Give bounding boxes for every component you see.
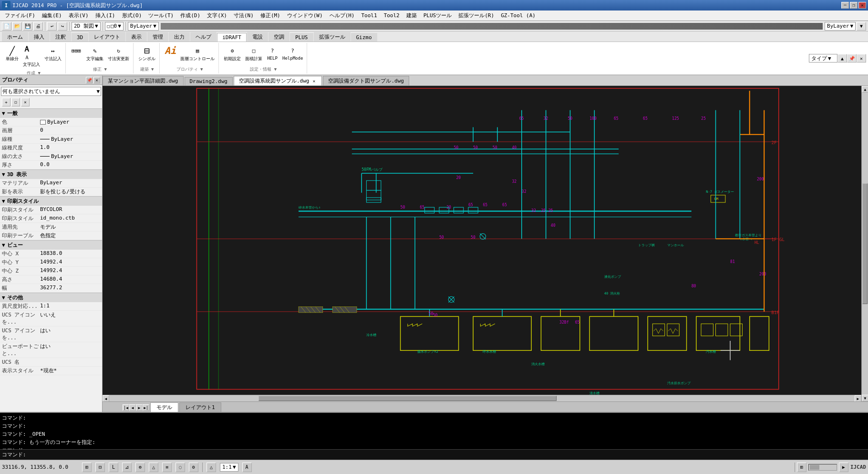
right-btn1[interactable]: ▶ bbox=[839, 463, 848, 472]
tab-nav-prev[interactable]: ◀ bbox=[129, 404, 136, 411]
ribbon-btn-line[interactable]: ╱ 単線分 bbox=[4, 44, 21, 63]
ribbon-tab-出力[interactable]: 出力 bbox=[169, 32, 190, 42]
ribbon-tab-Gizmo[interactable]: Gizmo bbox=[351, 33, 377, 42]
scroll-down-btn[interactable]: ▼ bbox=[862, 395, 868, 401]
props-close-btn[interactable]: ✕ bbox=[93, 77, 100, 84]
menu-item-GZToolA[interactable]: GZ-Tool (A) bbox=[498, 11, 538, 20]
props-pin-btn[interactable]: 📌 bbox=[86, 77, 93, 84]
menu-item-E[interactable]: 編集(E) bbox=[39, 11, 65, 20]
menu-item-V[interactable]: 表示(V) bbox=[66, 11, 92, 20]
close-button[interactable]: ✕ bbox=[858, 2, 866, 9]
ribbon-tab-表示[interactable]: 表示 bbox=[126, 32, 147, 42]
tab-nav-last[interactable]: ▶| bbox=[143, 404, 149, 411]
menu-item-Tool[interactable]: Tool2 bbox=[381, 11, 403, 20]
toolbar-redo-btn[interactable]: ↪ bbox=[58, 22, 67, 31]
tab-nav-first[interactable]: |◀ bbox=[123, 404, 129, 411]
scroll-thumb-h[interactable] bbox=[258, 396, 557, 401]
ribbon-tab-レイアウト[interactable]: レイアウト bbox=[89, 32, 125, 42]
menu-item-W[interactable]: ウインドウ(W) bbox=[284, 11, 326, 20]
model-tab-layout1[interactable]: レイアウト1 bbox=[179, 402, 221, 412]
scroll-left-btn[interactable]: ◀ bbox=[103, 395, 109, 401]
ribbon-tab-iDRAFT[interactable]: iDRAFT bbox=[217, 33, 247, 42]
menu-item-F[interactable]: ファイル(F) bbox=[2, 11, 38, 20]
ribbon-tab-拡張ツール[interactable]: 拡張ツール bbox=[314, 32, 351, 42]
ribbon-btn-text[interactable]: Ａ Ａ 文字記入 bbox=[21, 44, 42, 69]
ribbon-tab-空調[interactable]: 空調 bbox=[269, 32, 289, 42]
canvas-scrollbar-h[interactable]: ◀ ▶ bbox=[103, 395, 861, 401]
scale-dropdown[interactable]: 1:1 ▼ bbox=[220, 463, 238, 472]
ribbon-resize-btn[interactable]: ▲ bbox=[837, 54, 847, 63]
menu-item-H[interactable]: ヘルプ(H) bbox=[327, 11, 358, 20]
layer-zero-dropdown[interactable]: □ □0 ▼ bbox=[105, 22, 124, 31]
doc-tab-duct[interactable]: 空調設備ダクト図サンプル.dwg bbox=[323, 76, 409, 85]
menu-item-[interactable]: 建築 bbox=[403, 11, 420, 20]
ribbon-tab-管理[interactable]: 管理 bbox=[147, 32, 168, 42]
canvas-container[interactable]: 2F 1F GL B1F 50FMバルブ bbox=[103, 86, 868, 401]
toolbar-print-btn[interactable]: 🖨 bbox=[33, 22, 43, 31]
ribbon-btn-help[interactable]: ? HELP bbox=[265, 44, 280, 62]
linetype-dropdown[interactable]: ByLayer ▼ bbox=[825, 22, 856, 31]
scroll-thumb-v[interactable] bbox=[862, 183, 868, 304]
restore-button[interactable]: ❐ bbox=[850, 2, 858, 9]
lineweight-btn[interactable]: ≡ bbox=[162, 463, 172, 472]
doc-tab-mansion[interactable]: 某マンション平面詳細図.dwg bbox=[103, 76, 184, 85]
ribbon-btn-grid1[interactable]: ⊞⊞⊞ bbox=[69, 44, 84, 57]
grid-btn[interactable]: ⊟ bbox=[95, 463, 105, 472]
ribbon-tab-PLUS[interactable]: PLUS bbox=[290, 33, 313, 42]
scroll-track-v[interactable] bbox=[862, 93, 868, 395]
ribbon-btn-area[interactable]: □ 面積計算 bbox=[243, 44, 264, 63]
scroll-up-btn[interactable]: ▲ bbox=[862, 86, 868, 93]
menu-item-Tool[interactable]: Tool1 bbox=[359, 11, 380, 20]
ribbon-btn-textedit[interactable]: ✎ 文字編集 bbox=[84, 44, 105, 63]
tab-nav-next[interactable]: ▶ bbox=[136, 404, 143, 411]
ribbon-btn-dimupdate[interactable]: ↻ 寸法実更新 bbox=[106, 44, 131, 63]
scroll-track-h[interactable] bbox=[109, 395, 855, 401]
polar-btn[interactable]: ⊿ bbox=[122, 463, 132, 472]
canvas-scrollbar-v[interactable]: ▲ ▼ bbox=[861, 86, 868, 401]
ribbon-tab-ヘルプ[interactable]: ヘルプ bbox=[190, 32, 217, 42]
ribbon-close-btn[interactable]: ✕ bbox=[857, 54, 866, 63]
menu-item-N[interactable]: 寸法(N) bbox=[231, 11, 257, 20]
ribbon-tab-電設[interactable]: 電設 bbox=[247, 32, 268, 42]
qprops-btn[interactable]: ⚙ bbox=[189, 463, 198, 472]
doc-tab-close-kuuchou[interactable]: ✕ bbox=[311, 78, 317, 84]
toolbar-new-btn[interactable]: 📄 bbox=[2, 22, 11, 31]
ribbon-tab-注釈[interactable]: 注釈 bbox=[50, 32, 71, 42]
props-icon2[interactable]: ◻ bbox=[11, 98, 20, 106]
toolbar-open-btn[interactable]: 📂 bbox=[12, 22, 22, 31]
scroll-right-btn[interactable]: ▶ bbox=[855, 395, 861, 401]
scrollbar-toggle[interactable]: ⊞ bbox=[797, 463, 806, 472]
type-dropdown[interactable]: タイプ ▼ bbox=[809, 54, 837, 63]
menu-item-PLUS[interactable]: PLUSツール bbox=[421, 11, 455, 20]
section-general[interactable]: ▼ 一般 bbox=[0, 108, 102, 118]
menu-item-M[interactable]: 修正(M) bbox=[258, 11, 283, 20]
toolbar-save-btn[interactable]: 💾 bbox=[23, 22, 32, 31]
selection-dropdown[interactable]: 何も選択されていません ▼ bbox=[1, 87, 101, 96]
scale-icon-btn[interactable]: △ bbox=[207, 463, 216, 472]
ribbon-tab-挿入[interactable]: 挿入 bbox=[29, 32, 50, 42]
ribbon-btn-helpmode[interactable]: ? HelpMode bbox=[280, 44, 305, 62]
view-dropdown[interactable]: 2D 製図 ▼ bbox=[72, 22, 101, 31]
toolbar-undo-btn[interactable]: ↩ bbox=[47, 22, 57, 31]
cmdline-input-row[interactable]: コマンド: bbox=[0, 449, 868, 460]
annotscale-btn[interactable]: A bbox=[242, 463, 252, 472]
ribbon-btn-ai[interactable]: Ai bbox=[163, 44, 178, 57]
ribbon-tab-ホーム[interactable]: ホーム bbox=[2, 32, 28, 42]
toolbar-extra-btn[interactable]: ▼ bbox=[857, 22, 866, 31]
ribbon-pin-btn[interactable]: 📌 bbox=[847, 54, 857, 63]
section-3d[interactable]: ▼ 3D 表示 bbox=[0, 169, 102, 179]
menu-item-R[interactable]: 拡張ツール(R) bbox=[455, 11, 497, 20]
ribbon-btn-symbol[interactable]: ⊟ シンボル bbox=[136, 44, 157, 63]
section-print[interactable]: ▼ 印刷スタイル bbox=[0, 196, 102, 206]
section-view[interactable]: ▼ ビュー bbox=[0, 240, 102, 250]
snap-btn[interactable]: ⊞ bbox=[82, 463, 92, 472]
props-icon1[interactable]: + bbox=[2, 98, 10, 106]
ribbon-btn-init[interactable]: ⚙ 初期設定 bbox=[222, 44, 243, 63]
doc-tab-kuuchou[interactable]: 空調設備系統図サンプル.dwg ✕ bbox=[234, 76, 322, 85]
doc-tab-drawing2[interactable]: Drawing2.dwg bbox=[185, 77, 233, 85]
dynmode-btn[interactable]: △ bbox=[149, 463, 158, 472]
menu-item-T[interactable]: ツール(T) bbox=[145, 11, 176, 20]
transparency-btn[interactable]: ◌ bbox=[176, 463, 185, 472]
menu-item-O[interactable]: 形式(O) bbox=[119, 11, 145, 20]
ribbon-btn-layerctrl[interactable]: ▤ 面層コントロール bbox=[178, 44, 217, 63]
